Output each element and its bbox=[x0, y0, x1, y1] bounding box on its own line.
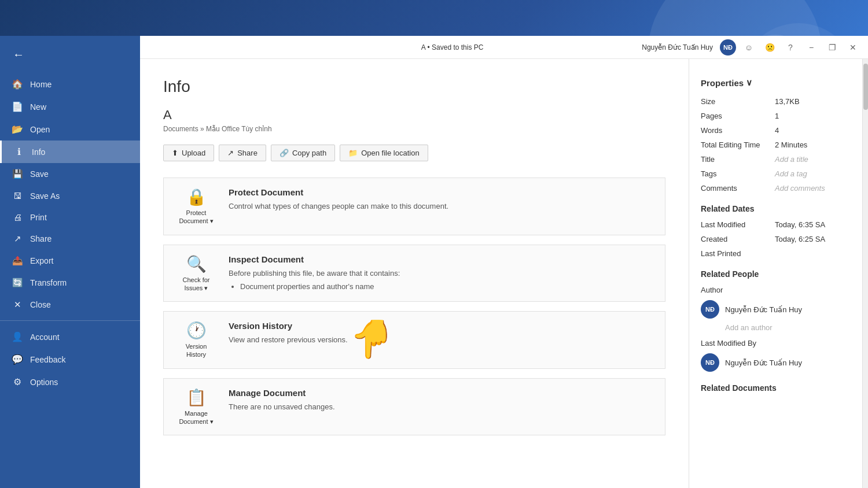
manage-desc: There are no unsaved changes. bbox=[229, 401, 656, 413]
related-documents-title: Related Documents bbox=[701, 383, 851, 393]
manage-icon-label: ManageDocument ▾ bbox=[179, 409, 213, 426]
sidebar-item-print[interactable]: 🖨 Print bbox=[0, 206, 140, 228]
prop-title: Title Add a title bbox=[701, 155, 851, 164]
sidebar-item-saveas[interactable]: 🖫 Save As bbox=[0, 185, 140, 206]
author-avatar: NĐ bbox=[701, 300, 719, 319]
share-button[interactable]: ↗ Share bbox=[219, 145, 266, 161]
tags-label: Tags bbox=[701, 169, 770, 178]
last-modified-name: Nguyễn Đức Tuấn Huy bbox=[725, 358, 802, 367]
sidebar-item-info[interactable]: ℹ Info bbox=[0, 141, 140, 163]
last-printed-label: Last Printed bbox=[701, 249, 770, 258]
sidebar-item-close[interactable]: ✕ Close bbox=[0, 294, 140, 316]
user-name: Nguyễn Đức Tuấn Huy bbox=[642, 43, 713, 51]
version-content: Version History View and restore previou… bbox=[229, 321, 656, 346]
prop-pages: Pages 1 bbox=[701, 112, 851, 120]
inspect-icon-box[interactable]: 🔍 Check forIssues ▾ bbox=[173, 254, 219, 293]
version-icon-box[interactable]: 🕐 VersionHistory bbox=[173, 321, 219, 359]
sidebar-bottom: 👤 Account 💬 Feedback ⚙ Options bbox=[0, 326, 140, 402]
last-modified-label: Last Modified bbox=[701, 220, 770, 229]
protect-icon-label: ProtectDocument ▾ bbox=[179, 209, 213, 225]
user-avatar[interactable]: NĐ bbox=[720, 39, 736, 56]
sidebar-item-export[interactable]: 📤 Export bbox=[0, 250, 140, 272]
inspect-content: Inspect Document Before publishing this … bbox=[229, 254, 656, 291]
upload-button[interactable]: ⬆ Upload bbox=[163, 145, 214, 161]
info-icon: ℹ bbox=[13, 146, 25, 157]
sidebar-item-label: Close bbox=[30, 300, 51, 309]
options-icon: ⚙ bbox=[12, 376, 23, 387]
sidebar-item-home[interactable]: 🏠 Home bbox=[0, 73, 140, 95]
clock-icon: 🕐 bbox=[186, 321, 207, 340]
sidebar-item-feedback[interactable]: 💬 Feedback bbox=[0, 348, 140, 371]
help-button[interactable]: ? bbox=[782, 39, 799, 56]
content-area: Info A Documents » Mẫu Office Tùy chỉnh … bbox=[140, 59, 868, 488]
restore-button[interactable]: ❐ bbox=[824, 39, 840, 56]
sidebar-item-label: Save As bbox=[30, 191, 60, 201]
person-icon-button[interactable]: 🙁 bbox=[762, 39, 778, 56]
sidebar-item-label: Account bbox=[30, 332, 60, 342]
protect-content: Protect Document Control what types of c… bbox=[229, 187, 656, 212]
file-manage-icon: 📋 bbox=[186, 388, 207, 407]
sidebar-item-label: Home bbox=[30, 80, 52, 89]
open-icon: 📂 bbox=[12, 124, 23, 135]
pages-value: 1 bbox=[775, 112, 779, 120]
comments-value[interactable]: Add comments bbox=[775, 184, 825, 193]
sidebar-item-label: Info bbox=[32, 147, 45, 157]
close-button[interactable]: ✕ bbox=[845, 39, 861, 56]
inspect-list: Document properties and author's name bbox=[229, 282, 656, 291]
version-history-section: 🕐 VersionHistory Version History View an… bbox=[163, 311, 665, 369]
transform-icon: 🔄 bbox=[12, 278, 23, 288]
sidebar-item-open[interactable]: 📂 Open bbox=[0, 118, 140, 141]
editing-time-value: 2 Minutes bbox=[775, 141, 807, 149]
protect-icon-box[interactable]: 🔒 ProtectDocument ▾ bbox=[173, 187, 219, 225]
back-button[interactable]: ← bbox=[7, 43, 30, 66]
save-icon: 💾 bbox=[12, 169, 23, 179]
properties-label: Properties bbox=[701, 78, 744, 88]
title-value[interactable]: Add a title bbox=[775, 155, 808, 164]
sidebar-item-label: Print bbox=[30, 213, 47, 222]
sidebar-item-label: Share bbox=[30, 234, 52, 243]
titlebar: A • Saved to this PC Nguyễn Đức Tuấn Huy… bbox=[140, 36, 868, 59]
sidebar-item-label: Feedback bbox=[30, 355, 65, 364]
inspect-title: Inspect Document bbox=[229, 254, 656, 264]
manage-document-section: 📋 ManageDocument ▾ Manage Document There… bbox=[163, 378, 665, 436]
last-modified-by-row: Last Modified By bbox=[701, 339, 851, 347]
feedback-icon: 💬 bbox=[12, 354, 23, 365]
sidebar-item-transform[interactable]: 🔄 Transform bbox=[0, 272, 140, 294]
prop-editing-time: Total Editing Time 2 Minutes bbox=[701, 141, 851, 149]
home-icon: 🏠 bbox=[12, 79, 23, 90]
last-modified-value: Today, 6:35 SA bbox=[775, 220, 825, 229]
created-label: Created bbox=[701, 235, 770, 243]
manage-title: Manage Document bbox=[229, 388, 656, 398]
properties-title: Properties ∨ bbox=[701, 77, 851, 88]
prop-size: Size 13,7KB bbox=[701, 97, 851, 106]
minimize-button[interactable]: − bbox=[803, 39, 819, 56]
protect-desc: Control what types of changes people can… bbox=[229, 201, 656, 212]
tags-value[interactable]: Add a tag bbox=[775, 169, 807, 178]
copy-path-button[interactable]: 🔗 Copy path bbox=[271, 145, 335, 161]
sidebar: ← 🏠 Home 📄 New 📂 Open ℹ Info 💾 Save 🖫 Sa… bbox=[0, 36, 140, 488]
sidebar-item-options[interactable]: ⚙ Options bbox=[0, 371, 140, 393]
scrollbar-thumb[interactable] bbox=[863, 64, 868, 110]
scrollbar-track[interactable] bbox=[862, 59, 868, 488]
related-people-title: Related People bbox=[701, 269, 851, 279]
properties-chevron[interactable]: ∨ bbox=[746, 77, 752, 88]
open-file-location-button[interactable]: 📁 Open file location bbox=[340, 145, 428, 161]
search-doc-icon: 🔍 bbox=[186, 254, 207, 273]
version-title: Version History bbox=[229, 321, 656, 331]
sidebar-item-new[interactable]: 📄 New bbox=[0, 95, 140, 118]
editing-time-label: Total Editing Time bbox=[701, 141, 770, 149]
sidebar-item-save[interactable]: 💾 Save bbox=[0, 163, 140, 185]
sidebar-item-label: Save bbox=[30, 169, 49, 179]
folder-icon: 📁 bbox=[348, 149, 358, 157]
last-modified-by-label: Last Modified By bbox=[701, 339, 770, 347]
sidebar-item-account[interactable]: 👤 Account bbox=[0, 326, 140, 348]
account-icon: 👤 bbox=[12, 331, 23, 342]
manage-icon-box[interactable]: 📋 ManageDocument ▾ bbox=[173, 388, 219, 426]
sidebar-item-share[interactable]: ↗ Share bbox=[0, 228, 140, 250]
inspect-list-item: Document properties and author's name bbox=[240, 282, 656, 291]
version-desc: View and restore previous versions. bbox=[229, 334, 656, 346]
smiley-button[interactable]: ☺ bbox=[741, 39, 757, 56]
author-name: Nguyễn Đức Tuấn Huy bbox=[725, 305, 802, 314]
add-author-link[interactable]: Add an author bbox=[725, 323, 851, 332]
last-modified-person: NĐ Nguyễn Đức Tuấn Huy bbox=[701, 353, 851, 372]
